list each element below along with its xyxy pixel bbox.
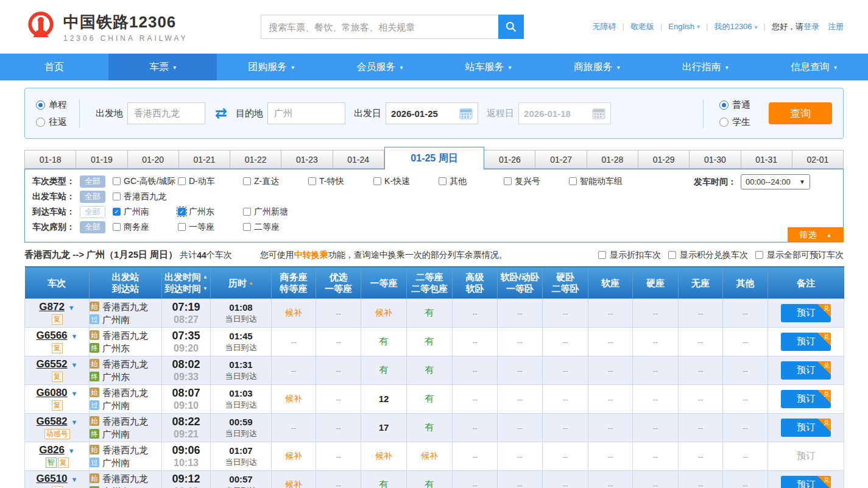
expand-caret-icon[interactable]: ▼ — [68, 304, 75, 311]
filter-option[interactable]: 商务座 — [113, 222, 178, 233]
train-number-link[interactable]: G6552 — [37, 358, 68, 370]
book-button[interactable]: 预订兑 — [781, 390, 831, 408]
book-button[interactable]: 预订兑 — [781, 419, 831, 437]
date-tab[interactable]: 01-22 — [230, 150, 281, 169]
trip-type-option[interactable]: 单程 — [36, 99, 67, 111]
date-tab[interactable]: 01-27 — [535, 150, 587, 169]
trip-type-radio[interactable] — [36, 118, 45, 127]
column-header[interactable]: 其他 — [723, 267, 768, 299]
top-link[interactable]: 我的12306▾ — [714, 21, 757, 32]
book-button[interactable]: 预订兑 — [781, 333, 831, 351]
ticket-type-option[interactable]: 普通 — [719, 99, 750, 111]
search-button[interactable] — [498, 15, 524, 39]
column-header[interactable]: 出发站到达站 — [90, 267, 162, 299]
column-header[interactable]: 出发时间▲到达时间▼ — [162, 267, 211, 299]
transfer-link[interactable]: 中转换乘 — [294, 250, 328, 260]
logo[interactable]: 中国铁路12306 12306 CHINA RAILWAY — [24, 10, 261, 43]
checkbox[interactable]: ✓ — [113, 208, 121, 216]
checkbox[interactable] — [243, 223, 251, 231]
expand-caret-icon[interactable]: ▼ — [68, 447, 75, 454]
filter-option[interactable]: 其他 — [439, 176, 504, 187]
checkbox[interactable] — [178, 223, 186, 231]
column-header[interactable]: 高级软卧 — [453, 267, 498, 299]
checkbox[interactable] — [178, 177, 186, 185]
login-link[interactable]: 登录 — [803, 21, 819, 32]
display-filter-option[interactable]: 显示折扣车次 — [598, 250, 661, 261]
from-input[interactable]: 香港西九龙 — [127, 102, 205, 124]
checkbox[interactable] — [308, 177, 316, 185]
calendar-icon[interactable] — [459, 107, 473, 119]
column-header[interactable]: 无座 — [679, 267, 723, 299]
expand-caret-icon[interactable]: ▼ — [71, 419, 78, 426]
filter-collapse-button[interactable]: 筛选 ▲ — [788, 227, 844, 242]
date-tab[interactable]: 01-18 — [24, 150, 76, 169]
checkbox[interactable] — [598, 251, 606, 259]
nav-item[interactable]: 会员服务▾ — [325, 54, 434, 80]
expand-caret-icon[interactable]: ▼ — [71, 390, 78, 397]
date-tab[interactable]: 01-20 — [128, 150, 179, 169]
filter-option[interactable]: ✓广州南 — [113, 207, 178, 217]
filter-option[interactable]: GC-高铁/城际 — [113, 176, 178, 187]
train-number-link[interactable]: G6566 — [37, 330, 68, 341]
checkbox[interactable] — [439, 177, 446, 185]
filter-all-badge[interactable]: 全部 — [80, 221, 105, 233]
checkbox[interactable] — [668, 251, 676, 259]
filter-option[interactable]: D-动车 — [178, 176, 243, 187]
checkbox[interactable] — [243, 177, 251, 185]
checkbox[interactable] — [113, 193, 121, 200]
filter-all-badge[interactable]: 全部 — [80, 191, 105, 203]
query-button[interactable]: 查询 — [769, 102, 832, 124]
display-filter-option[interactable]: 显示积分兑换车次 — [668, 250, 748, 261]
train-number-link[interactable]: G826 — [39, 444, 65, 456]
checkbox[interactable] — [504, 177, 512, 185]
filter-all-badge[interactable]: 全部 — [80, 175, 105, 188]
filter-option[interactable]: 智能动车组 — [569, 176, 634, 187]
date-tab[interactable]: 01-30 — [690, 150, 741, 169]
display-filter-option[interactable]: 显示全部可预订车次 — [755, 250, 844, 261]
filter-all-badge[interactable]: 全部 — [80, 206, 105, 218]
column-header[interactable]: 备注 — [768, 267, 844, 299]
top-link[interactable]: 无障碍 — [593, 21, 616, 32]
sort-desc-icon[interactable]: ▼ — [203, 283, 208, 294]
date-tab[interactable]: 01-25 周日 — [384, 147, 484, 169]
ticket-type-option[interactable]: 学生 — [719, 116, 750, 128]
register-link[interactable]: 注册 — [828, 21, 844, 32]
nav-item[interactable]: 团购服务▾ — [217, 54, 325, 80]
nav-item[interactable]: 信息查询▾ — [760, 54, 868, 80]
expand-caret-icon[interactable]: ▼ — [71, 476, 78, 483]
checkbox[interactable] — [373, 177, 381, 185]
column-header[interactable]: 二等座二等包座 — [407, 267, 453, 299]
filter-option[interactable]: Z-直达 — [243, 176, 308, 187]
date-tab[interactable]: 01-31 — [741, 150, 792, 169]
checkbox[interactable] — [113, 223, 121, 231]
column-header[interactable]: 历时▲ — [211, 267, 272, 299]
filter-option[interactable]: 一等座 — [178, 222, 243, 233]
search-input[interactable] — [261, 15, 498, 39]
book-button[interactable]: 预订兑 — [781, 476, 831, 488]
date-tab[interactable]: 01-26 — [484, 150, 535, 169]
nav-item[interactable]: 商旅服务▾ — [543, 54, 651, 80]
top-link[interactable]: 敬老版 — [630, 21, 654, 32]
date-tab[interactable]: 02-01 — [792, 150, 844, 169]
train-number-link[interactable]: G6510 — [37, 473, 68, 484]
book-button[interactable]: 预订兑 — [781, 304, 831, 322]
filter-option[interactable]: K-快速 — [373, 176, 439, 187]
train-number-link[interactable]: G872 — [39, 301, 65, 313]
checkbox[interactable] — [243, 208, 251, 216]
depart-time-select[interactable]: 00:00--24:00 ▼ — [741, 174, 810, 189]
date-tab[interactable]: 01-29 — [638, 150, 690, 169]
column-header[interactable]: 硬卧二等卧 — [543, 267, 588, 299]
checkbox[interactable]: ✓ — [178, 208, 186, 216]
sort-asc-icon[interactable]: ▲ — [249, 277, 253, 289]
expand-caret-icon[interactable]: ▼ — [71, 361, 78, 369]
train-number-link[interactable]: G6080 — [37, 387, 68, 398]
book-button[interactable]: 预订兑 — [781, 361, 831, 380]
column-header[interactable]: 优选一等座 — [316, 267, 361, 299]
date-tab[interactable]: 01-19 — [76, 150, 127, 169]
filter-option[interactable]: ✓广州东 — [178, 207, 243, 217]
date-tab[interactable]: 01-24 — [333, 150, 384, 169]
filter-option[interactable]: 二等座 — [243, 222, 308, 233]
date-tab[interactable]: 01-23 — [281, 150, 333, 169]
nav-item[interactable]: 站车服务▾ — [434, 54, 543, 80]
to-input[interactable]: 广州 — [267, 102, 345, 124]
